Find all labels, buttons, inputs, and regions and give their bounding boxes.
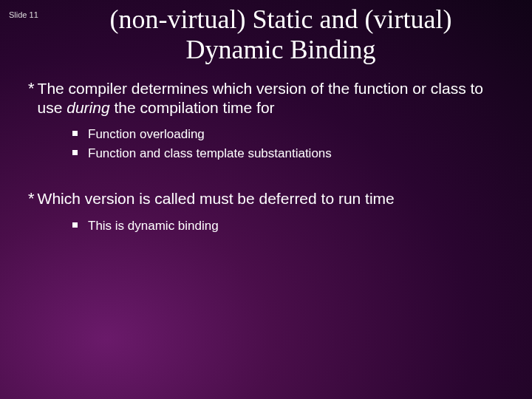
bullet-1: * The compiler determines which version …: [28, 79, 510, 118]
square-bullet-icon: [72, 222, 78, 228]
asterisk-icon: *: [28, 79, 35, 98]
slide-body: * The compiler determines which version …: [0, 66, 532, 235]
bullet-1-sublist: Function overloading Function and class …: [28, 122, 510, 163]
bullet-1-sub-1-text: Function overloading: [88, 125, 205, 144]
bullet-2-sublist: This is dynamic binding: [28, 214, 510, 236]
bullet-1-sub-2-text: Function and class template substantiati…: [88, 144, 332, 163]
square-bullet-icon: [72, 131, 78, 136]
slide-number: Slide 11: [9, 10, 38, 19]
bullet-1-italic: during: [66, 99, 109, 116]
bullet-1-sub-2: Function and class template substantiati…: [72, 144, 510, 163]
title-line-1: (non-virtual) Static and (virtual): [110, 4, 452, 34]
bullet-2-sub-1: This is dynamic binding: [72, 216, 510, 236]
bullet-2-sub-1-text: This is dynamic binding: [88, 216, 219, 236]
title-line-2: Dynamic Binding: [186, 35, 376, 64]
asterisk-icon: *: [28, 189, 35, 208]
slide-title: (non-virtual) Static and (virtual) Dynam…: [0, 0, 532, 66]
bullet-2-text: Which version is called must be deferred…: [38, 189, 510, 208]
bullet-1-text: The compiler determines which version of…: [38, 79, 510, 118]
bullet-2: * Which version is called must be deferr…: [28, 189, 510, 208]
square-bullet-icon: [72, 150, 78, 155]
bullet-1-sub-1: Function overloading: [72, 125, 510, 144]
bullet-1-post: the compilation time for: [110, 99, 275, 116]
